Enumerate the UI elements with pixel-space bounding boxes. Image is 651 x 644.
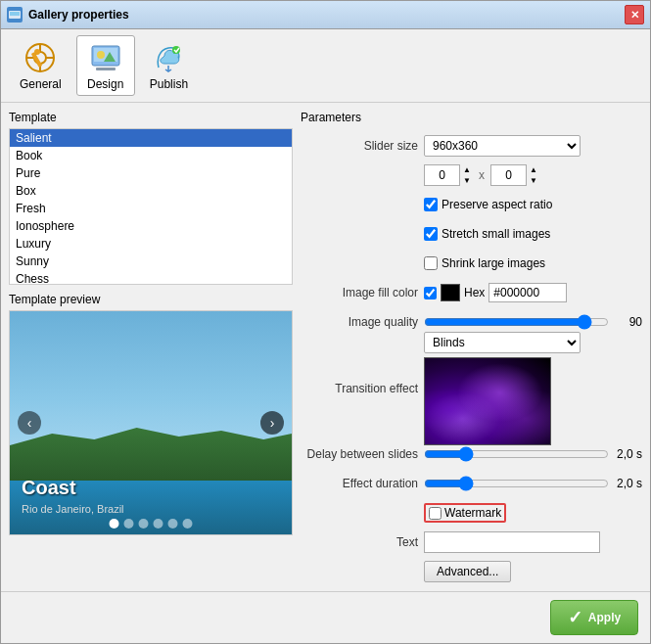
main-content: Template Salient Book Pure Box Fresh Ion…	[1, 103, 650, 591]
effect-slider[interactable]	[424, 476, 609, 491]
svg-point-10	[34, 49, 40, 55]
preserve-aspect-checkbox[interactable]	[424, 198, 438, 211]
right-panel: Parameters Slider size 960x360 1280x480 …	[301, 111, 642, 583]
dim-control: 0 ▲ ▼ x 0 ▲ ▼	[424, 164, 642, 186]
fill-color-checkbox[interactable]	[424, 287, 437, 299]
tab-general[interactable]: General	[9, 35, 72, 96]
watermark-checkbox[interactable]	[429, 507, 442, 520]
list-item[interactable]: Box	[10, 182, 292, 200]
hex-input[interactable]: #000000	[488, 283, 567, 302]
publish-icon	[151, 40, 186, 75]
dim-y-down[interactable]: ▼	[527, 175, 540, 186]
list-item[interactable]: Sunny	[10, 253, 292, 270]
bottom-bar: ✓ Apply	[1, 591, 650, 643]
dot-3[interactable]	[139, 519, 149, 529]
dimension-row: 0 ▲ ▼ x 0 ▲ ▼	[301, 163, 642, 187]
slide-location: Rio de Janeiro, Brazil	[22, 503, 124, 515]
general-icon	[23, 40, 58, 75]
watermark-control: Watermark	[424, 503, 642, 523]
delay-value: 2,0 s	[613, 447, 642, 461]
params-label: Parameters	[301, 111, 642, 124]
slide-title: Coast	[22, 477, 76, 499]
list-item[interactable]: Book	[10, 147, 292, 164]
fractal-overlay	[425, 358, 550, 444]
shrink-large-label: Shrink large images	[442, 256, 545, 270]
template-label: Template	[9, 111, 293, 124]
color-swatch[interactable]	[441, 284, 460, 301]
list-item[interactable]: Chess	[10, 270, 292, 284]
stretch-small-label: Stretch small images	[442, 227, 550, 241]
advanced-row: Advanced...	[301, 560, 642, 583]
hex-label: Hex	[464, 286, 485, 299]
dim-x-down[interactable]: ▼	[460, 175, 474, 186]
slider-size-label: Slider size	[301, 139, 418, 153]
effect-value: 2,0 s	[613, 477, 642, 490]
advanced-control: Advanced...	[424, 561, 642, 582]
dim-y-up[interactable]: ▲	[527, 164, 540, 175]
text-label: Text	[301, 535, 418, 549]
dot-5[interactable]	[168, 519, 178, 529]
dim-y-arrows: ▲ ▼	[526, 164, 540, 186]
dim-x-spinbox: 0 ▲ ▼	[424, 164, 473, 186]
effect-row: Effect duration 2,0 s	[301, 472, 642, 495]
apply-label: Apply	[588, 611, 621, 624]
delay-slider[interactable]	[424, 446, 609, 462]
delay-label: Delay between slides	[301, 447, 418, 461]
shrink-row: Shrink large images	[301, 252, 642, 275]
apply-check-icon: ✓	[568, 607, 582, 628]
fill-color-control: Hex #000000	[424, 283, 642, 302]
delay-slider-row: 2,0 s	[424, 446, 642, 462]
effect-label: Effect duration	[301, 477, 418, 490]
list-item[interactable]: Luxury	[10, 235, 292, 253]
list-item[interactable]: Salient	[10, 129, 292, 147]
quality-slider[interactable]	[424, 314, 609, 330]
tab-publish[interactable]: Publish	[139, 35, 199, 96]
dim-x-arrows: ▲ ▼	[459, 164, 474, 186]
tab-design-label: Design	[87, 77, 123, 91]
transition-preview	[424, 357, 551, 445]
list-item[interactable]: Fresh	[10, 200, 292, 217]
dot-6[interactable]	[183, 519, 193, 529]
shrink-large-checkbox[interactable]	[424, 256, 438, 270]
quality-control: 90	[424, 314, 642, 330]
window-title: Gallery properties	[28, 8, 129, 22]
dim-x-up[interactable]: ▲	[460, 164, 474, 175]
transition-select[interactable]: Blinds Fade Slide Zoom None	[424, 332, 581, 353]
preserve-aspect-row: Preserve aspect ratio	[424, 198, 552, 211]
dim-y-input[interactable]: 0	[491, 168, 526, 182]
stretch-small-row: Stretch small images	[424, 227, 550, 241]
list-item[interactable]: Ionosphere	[10, 217, 292, 235]
delay-control: 2,0 s	[424, 446, 642, 462]
transition-label: Transition effect	[301, 382, 418, 395]
dot-4[interactable]	[154, 519, 163, 529]
left-panel: Template Salient Book Pure Box Fresh Ion…	[9, 111, 293, 583]
shrink-control: Shrink large images	[424, 256, 642, 270]
tab-publish-label: Publish	[150, 77, 188, 91]
advanced-button[interactable]: Advanced...	[424, 561, 511, 582]
text-input[interactable]	[424, 531, 600, 553]
prev-slide-button[interactable]: ‹	[18, 411, 41, 435]
stretch-control: Stretch small images	[424, 227, 642, 241]
close-button[interactable]: ✕	[625, 5, 644, 24]
gallery-properties-window: Gallery properties ✕ General	[0, 0, 651, 644]
dim-x-input[interactable]: 0	[425, 168, 459, 182]
next-slide-button[interactable]: ›	[260, 411, 284, 435]
stretch-small-checkbox[interactable]	[424, 227, 438, 241]
slider-size-select[interactable]: 960x360 1280x480 800x300 640x240	[424, 135, 581, 157]
preserve-aspect-label: Preserve aspect ratio	[442, 198, 552, 211]
dot-1[interactable]	[110, 519, 119, 529]
delay-row: Delay between slides 2,0 s	[301, 442, 642, 466]
tab-design[interactable]: Design	[76, 35, 135, 96]
dim-x-divider: x	[479, 168, 485, 182]
window-icon	[7, 7, 23, 23]
list-item[interactable]: Pure	[10, 164, 292, 182]
aspect-control: Preserve aspect ratio	[424, 198, 642, 211]
dot-2[interactable]	[124, 519, 134, 529]
fill-color-label: Image fill color	[301, 286, 418, 299]
apply-button[interactable]: ✓ Apply	[550, 600, 638, 635]
template-list[interactable]: Salient Book Pure Box Fresh Ionosphere L…	[10, 129, 292, 284]
text-control	[424, 531, 642, 553]
svg-rect-14	[96, 68, 116, 70]
transition-row: Transition effect Blinds Fade Slide Zoom…	[301, 340, 642, 437]
shrink-large-row: Shrink large images	[424, 256, 545, 270]
